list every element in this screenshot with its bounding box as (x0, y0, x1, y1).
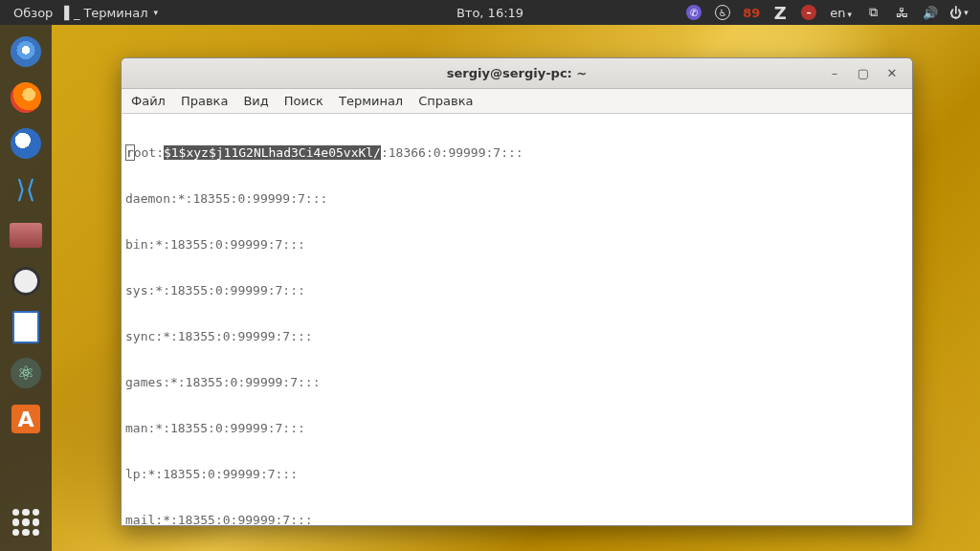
viber-icon[interactable]: ✆ (686, 5, 702, 20)
vscode-icon: ⟩⟨ (16, 175, 35, 204)
dock-vscode[interactable]: ⟩⟨ (5, 168, 47, 210)
chevron-down-icon: ▾ (964, 8, 969, 17)
status-dash-icon[interactable]: – (801, 5, 816, 20)
menu-help[interactable]: Справка (418, 94, 473, 108)
maximize-button[interactable]: ▢ (857, 67, 870, 80)
terminal-line: daemon:*:18355:0:99999:7::: (125, 191, 908, 207)
titlebar[interactable]: sergiy@sergiy-pc: ~ – ▢ ✕ (122, 58, 912, 89)
clock[interactable]: Вто, 16:19 (457, 6, 523, 20)
terminal-line: lp:*:18355:0:99999:7::: (125, 467, 908, 482)
keyboard-layout[interactable]: en▾ (830, 6, 852, 20)
dock-atom[interactable]: ⚛ (5, 352, 47, 394)
terminal-line: games:*:18355:0:99999:7::: (125, 375, 908, 390)
dock-clock[interactable] (5, 260, 47, 302)
minimize-button[interactable]: – (828, 67, 841, 80)
accessibility-icon[interactable]: ♿ (715, 5, 730, 20)
menu-search[interactable]: Поиск (284, 94, 323, 108)
chromium-icon (11, 36, 41, 67)
terminal-line: man:*:18355:0:99999:7::: (125, 421, 908, 436)
terminal-line: sys:*:18355:0:99999:7::: (125, 283, 908, 298)
menu-view[interactable]: Вид (243, 94, 268, 108)
dock-firefox[interactable] (5, 77, 47, 119)
menu-file[interactable]: Файл (131, 94, 166, 108)
app-menu-label: Терминал (83, 6, 147, 20)
dock: ⟩⟨ ⚛ A (0, 25, 52, 551)
dock-writer[interactable] (5, 306, 47, 348)
chevron-down-icon: ▾ (847, 10, 852, 19)
network-icon[interactable]: 🖧 (894, 5, 909, 20)
dock-show-apps[interactable] (5, 501, 47, 543)
apps-grid-icon (12, 509, 39, 536)
terminal-window: sergiy@sergiy-pc: ~ – ▢ ✕ Файл Правка Ви… (121, 57, 913, 526)
terminal-output[interactable]: rroot:$1$xyz$j11G2NLhad3Ci4e05vxKl/:1836… (122, 114, 912, 525)
software-icon: A (11, 405, 40, 433)
terminal-line: mail:*:18355:0:99999:7::: (125, 513, 908, 525)
power-icon[interactable]: ⏻▾ (951, 5, 967, 20)
writer-icon (12, 311, 39, 343)
selection: $1$xyz$j11G2NLhad3Ci4e05vxKl/ (164, 145, 381, 160)
zorin-icon[interactable]: Z (772, 5, 788, 20)
top-panel: Обзор ▌_ Терминал ▾ Вто, 16:19 ✆ ♿ 89 Z … (0, 0, 980, 25)
firefox-icon (11, 82, 41, 113)
files-icon (10, 223, 42, 248)
terminal-line: bin:*:18355:0:99999:7::: (125, 237, 908, 253)
volume-icon[interactable]: 🔊 (923, 5, 938, 20)
dock-chromium[interactable] (5, 31, 47, 73)
dock-software[interactable]: A (5, 398, 47, 440)
tray-devices-icon[interactable]: ⧉ (865, 5, 880, 20)
menubar: Файл Правка Вид Поиск Терминал Справка (122, 89, 912, 114)
dock-files[interactable] (5, 214, 47, 256)
menu-terminal[interactable]: Терминал (339, 94, 403, 108)
close-button[interactable]: ✕ (885, 67, 899, 80)
window-title: sergiy@sergiy-pc: ~ (447, 66, 587, 80)
terminal-icon: ▌_ (64, 5, 79, 20)
calendar-indicator-icon[interactable]: 89 (744, 5, 759, 20)
activities-button[interactable]: Обзор (13, 6, 53, 20)
terminal-line: rroot:$1$xyz$j11G2NLhad3Ci4e05vxKl/:1836… (125, 145, 908, 161)
thunderbird-icon (11, 128, 41, 159)
chevron-down-icon: ▾ (154, 8, 159, 17)
dock-thunderbird[interactable] (5, 122, 47, 165)
terminal-line: sync:*:18355:0:99999:7::: (125, 329, 908, 344)
app-menu[interactable]: ▌_ Терминал ▾ (64, 5, 158, 20)
menu-edit[interactable]: Правка (181, 94, 228, 108)
atom-icon: ⚛ (11, 358, 41, 388)
clock-icon (11, 267, 40, 296)
